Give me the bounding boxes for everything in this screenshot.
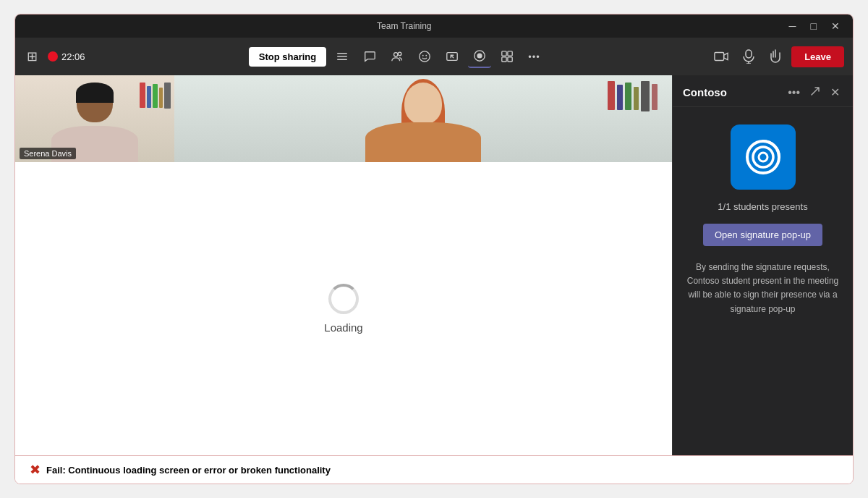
svg-rect-16 [746,50,752,58]
open-signature-button[interactable]: Open signature pop-up [703,224,822,246]
people-icon-button[interactable] [386,46,409,67]
svg-rect-14 [508,57,512,62]
menu-icon-button[interactable] [331,46,354,67]
emoji-icon [418,50,431,63]
svg-rect-12 [508,51,512,56]
leave-button[interactable]: Leave [791,46,844,67]
chat-icon-button[interactable] [358,46,381,67]
svg-point-4 [399,52,402,56]
recording-badge: 22:06 [48,51,85,62]
app-logo [731,124,796,190]
panel-header-icons: ••• ✕ [785,84,843,101]
camera-icon [714,50,728,63]
toolbar-left: ⊞ 22:06 [24,46,85,67]
svg-point-7 [426,55,427,56]
thumbnails-row: Serena Davis [15,75,672,162]
main-content: Serena Davis [15,75,853,455]
title-bar: Team Training ─ □ ✕ [15,14,853,38]
recording-dot [48,51,58,62]
fail-icon: ✖ [30,462,41,478]
panel-title: Contoso [683,86,727,98]
toolbar-right: Leave [709,45,844,68]
panel-more-button[interactable]: ••• [785,85,803,101]
right-panel: Contoso ••• ✕ [672,75,853,455]
more-icon-button[interactable]: ••• [523,47,545,67]
svg-point-20 [753,147,773,167]
svg-rect-13 [502,57,506,62]
people-icon [391,50,404,63]
svg-rect-1 [337,56,347,57]
popout-icon [810,86,820,96]
video-area: Serena Davis [15,75,672,455]
recording-time: 22:06 [61,51,85,62]
loading-text: Loading [324,321,362,334]
toolbar: ⊞ 22:06 Stop sharing [15,38,853,75]
svg-point-21 [759,153,767,161]
students-count: 1/1 students presents [718,201,807,212]
close-button[interactable]: ✕ [827,20,844,33]
menu-icon [336,50,349,63]
window-controls: ─ □ ✕ [785,20,844,33]
svg-rect-0 [337,53,347,54]
emoji-icon-button[interactable] [413,46,436,67]
record-icon [473,49,486,62]
loading-area: Loading [15,162,672,455]
contoso-logo-svg [741,135,785,179]
loading-spinner [328,284,359,314]
apps-icon [501,50,514,63]
panel-description: By sending the signature requests, Conto… [684,261,841,316]
panel-popout-button[interactable] [807,85,823,101]
participant-thumbnail-2 [174,75,672,162]
mic-icon [743,49,754,64]
share-icon [446,50,459,63]
maximize-button[interactable]: □ [807,20,821,33]
raise-hand-icon [769,49,782,64]
panel-body: 1/1 students presents Open signature pop… [673,107,853,455]
toolbar-center: Stop sharing [90,45,705,68]
svg-point-10 [477,53,482,58]
svg-point-3 [394,53,398,56]
share-icon-button[interactable] [441,46,464,67]
svg-point-5 [420,51,430,62]
minimize-button[interactable]: ─ [785,20,801,33]
grid-icon[interactable]: ⊞ [24,46,41,67]
panel-close-button[interactable]: ✕ [827,84,843,101]
fail-text: Fail: Continuous loading screen or error… [46,465,331,476]
fail-bar: ✖ Fail: Continuous loading screen or err… [15,455,853,484]
participant-thumbnail-1: Serena Davis [15,75,174,162]
record-icon-button[interactable] [468,45,491,68]
camera-icon-button[interactable] [709,46,733,67]
svg-rect-2 [337,59,347,61]
svg-point-6 [422,55,424,56]
stop-sharing-button[interactable]: Stop sharing [249,47,326,67]
participant-name-1: Serena Davis [20,148,76,159]
chat-icon [363,50,376,63]
raise-hand-icon-button[interactable] [764,45,787,68]
mic-icon-button[interactable] [738,45,760,68]
panel-header: Contoso ••• ✕ [673,75,853,107]
svg-rect-11 [502,51,506,56]
window-title: Team Training [24,21,785,31]
app-window: Team Training ─ □ ✕ ⊞ 22:06 Stop sharing [14,14,854,484]
apps-icon-button[interactable] [495,46,519,67]
svg-rect-15 [715,53,724,61]
